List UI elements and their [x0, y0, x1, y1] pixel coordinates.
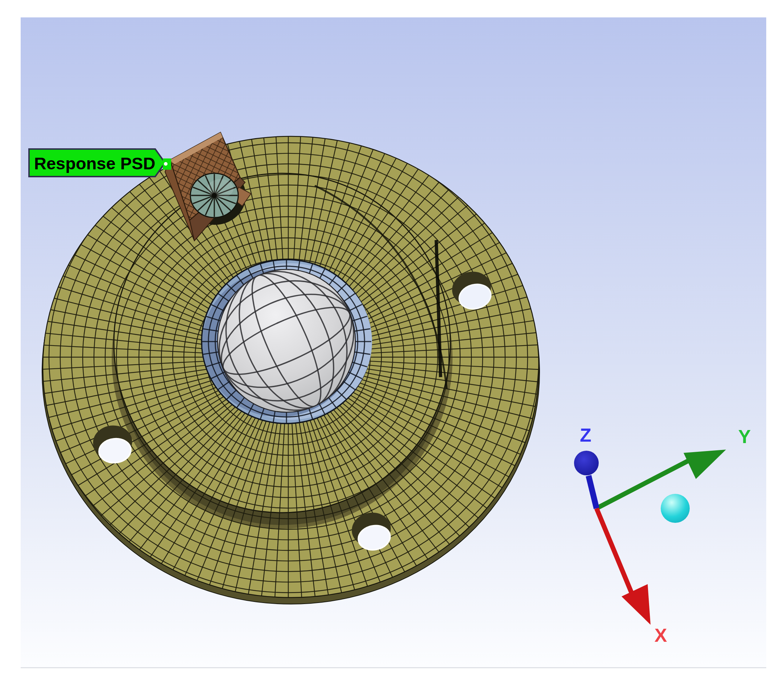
- annotation-anchor-dot: [164, 162, 168, 166]
- z-axis-label[interactable]: Z: [580, 425, 591, 446]
- z-ball-icon: [574, 451, 599, 475]
- graphics-viewport[interactable]: Response PSD Y X Z: [0, 0, 784, 690]
- probe-disc-center: [212, 193, 217, 198]
- viewport-bottom-edge: [21, 667, 766, 668]
- annotation-label: Response PSD: [34, 154, 155, 173]
- application-stage: Response PSD Y X Z: [0, 0, 784, 690]
- probe-disc-sheen: [208, 179, 234, 198]
- x-axis-label[interactable]: X: [654, 625, 667, 646]
- response-probe-disc[interactable]: [190, 173, 238, 217]
- isometric-view-sphere[interactable]: [661, 494, 690, 523]
- annotation-flag[interactable]: Response PSD: [29, 149, 171, 176]
- y-axis-label[interactable]: Y: [738, 426, 751, 447]
